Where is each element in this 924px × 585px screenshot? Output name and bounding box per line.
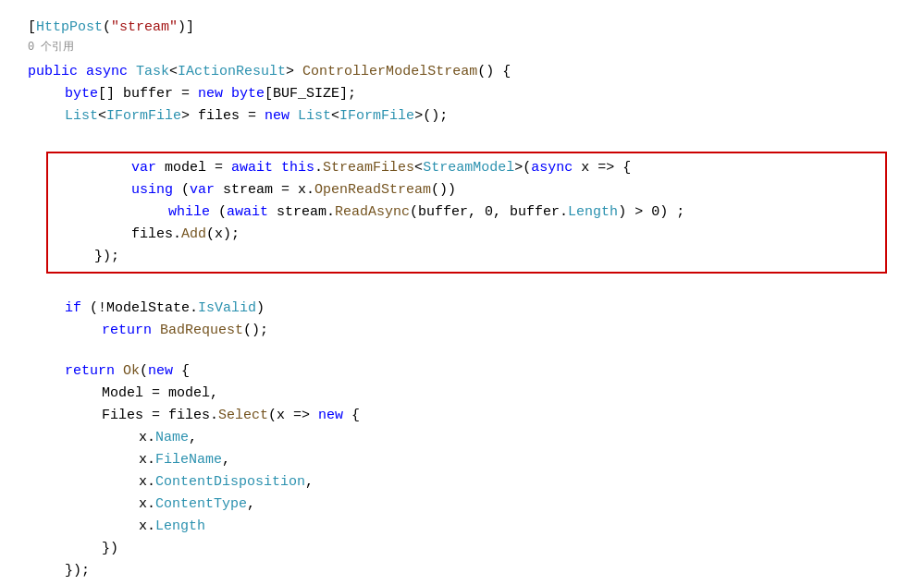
highlight-box: var model = await this.StreamFiles<Strea… (46, 152, 887, 274)
attr-name: HttpPost (36, 17, 103, 39)
files-decl: List<IFormFile> files = new List<IFormFi… (65, 105, 906, 128)
return-bad-line: return BadRequest(); (102, 320, 906, 342)
attr-line: [HttpPost("stream")] (28, 17, 906, 39)
highlight-close-line: }); (57, 246, 876, 268)
prop-contentdisposition: x.ContentDisposition, (139, 471, 906, 494)
model-decl: var model = await this.StreamFiles<Strea… (57, 157, 876, 179)
if-line: if (!ModelState.IsValid) (65, 298, 906, 320)
using-line: using (var stream = x.OpenReadStream()) (57, 179, 876, 201)
files-assign: Files = files.Select(x => new { (102, 405, 906, 427)
prop-name: x.Name, (139, 427, 906, 449)
select-close: }) (102, 538, 906, 560)
while-line: while (await stream.ReadAsync(buffer, 0,… (57, 201, 876, 224)
files-add-line: files.Add(x); (57, 224, 876, 246)
model-assign: Model = model, (102, 383, 906, 405)
bracket-open: [ (28, 17, 36, 39)
prop-contenttype: x.ContentType, (139, 494, 906, 516)
ok-close: }); (65, 560, 906, 582)
buffer-decl: byte[] buffer = new byte[BUF_SIZE]; (65, 83, 906, 105)
prop-filename: x.FileName, (139, 449, 906, 471)
return-ok-line: return Ok(new { (65, 360, 906, 383)
method-signature: public async Task<IActionResult> Control… (28, 61, 906, 83)
ref-count: 0 个引用 (28, 39, 74, 56)
prop-length: x.Length (139, 516, 906, 538)
ref-count-line: 0 个引用 (28, 39, 906, 61)
code-container: [HttpPost("stream")] 0 个引用 public async … (0, 17, 924, 585)
